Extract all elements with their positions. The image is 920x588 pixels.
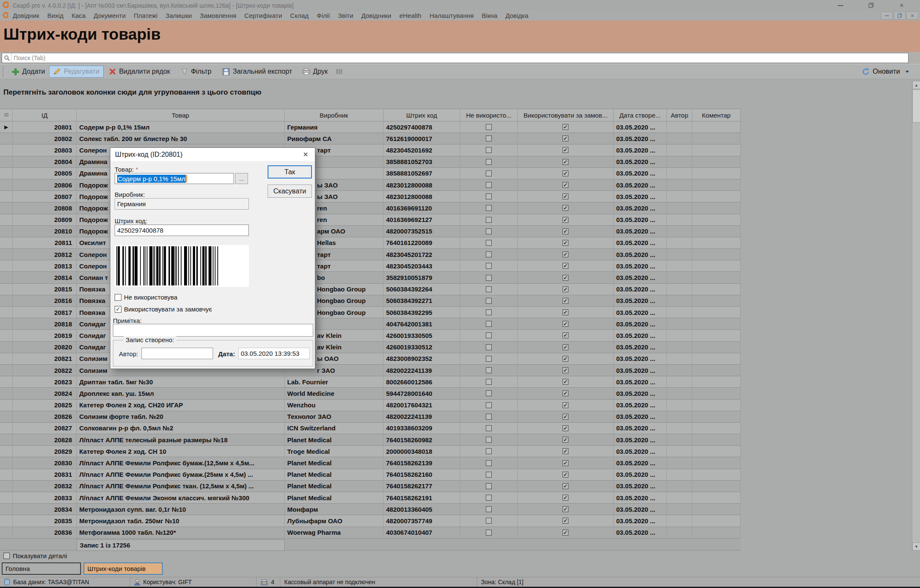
not-used-checkbox[interactable] — [486, 518, 492, 524]
not-used-checkbox[interactable] — [486, 414, 492, 420]
product-field[interactable]: Содерм р-р 0,1% 15мл — [115, 173, 234, 184]
scroll-down-button[interactable]: ▼ — [912, 542, 920, 551]
use-default-checkbox[interactable]: ✓ — [562, 518, 568, 524]
menu-item[interactable]: Звіти — [338, 12, 353, 19]
tab-active[interactable]: Штрих-коди товарів — [84, 562, 163, 575]
use-default-checkbox[interactable]: ✓ — [562, 448, 568, 454]
manufacturer-field[interactable]: Германия — [115, 198, 249, 210]
close-button[interactable]: × — [896, 1, 907, 10]
column-header[interactable]: Автор — [667, 109, 692, 121]
ok-button[interactable]: Так — [268, 165, 312, 179]
delete-row-button[interactable]: Видалити рядок — [105, 66, 173, 77]
use-default-checkbox[interactable]: ✓ — [562, 495, 568, 501]
not-used-checkbox[interactable] — [486, 356, 492, 362]
column-header[interactable]: Виробник — [285, 109, 384, 121]
not-used-checkbox[interactable] — [486, 379, 492, 385]
not-used-checkbox[interactable] — [486, 275, 492, 281]
cancel-button[interactable]: Скасувати — [268, 184, 312, 198]
not-used-checkbox[interactable] — [486, 159, 492, 165]
table-row[interactable]: 20802Солекс табл. 200 мг блистер № 30Рив… — [0, 133, 741, 144]
tab-inactive[interactable]: Головна — [2, 562, 81, 575]
use-default-checkbox[interactable]: ✓ — [562, 205, 568, 211]
not-used-checkbox[interactable] — [486, 193, 492, 199]
not-use-checkbox[interactable] — [115, 294, 121, 301]
not-used-checkbox[interactable] — [486, 472, 492, 478]
not-used-checkbox[interactable] — [486, 437, 492, 443]
filter-button[interactable]: Фільтр — [177, 66, 215, 77]
use-default-checkbox[interactable]: ✓ — [562, 402, 568, 408]
show-details-checkbox[interactable] — [3, 553, 10, 559]
add-button[interactable]: Додати — [8, 66, 49, 77]
dialog-close-icon[interactable]: × — [296, 148, 315, 161]
not-used-checkbox[interactable] — [486, 263, 492, 269]
use-default-checkbox[interactable]: ✓ — [562, 309, 568, 315]
menu-item[interactable]: Довідники — [361, 12, 391, 19]
menu-item[interactable]: Філії — [317, 12, 330, 19]
use-default-checkbox[interactable]: ✓ — [562, 135, 568, 141]
table-row[interactable]: 20829Катетер Фолея 2 ход. СН 10Troge Med… — [0, 446, 741, 457]
print-button[interactable]: Друк — [299, 66, 332, 77]
minimize-button[interactable] — [835, 1, 846, 10]
not-used-checkbox[interactable] — [486, 298, 492, 304]
use-default-checkbox[interactable]: ✓ — [562, 472, 568, 478]
not-used-checkbox[interactable] — [486, 228, 492, 234]
table-row[interactable]: 20831Л/пласт АЛПЕ Фемили Ролфикс бумаж.(… — [0, 469, 741, 481]
not-used-checkbox[interactable] — [486, 170, 492, 176]
use-default-checkbox[interactable]: ✓ — [562, 251, 568, 257]
table-row[interactable]: 20836Метфогамма 1000 табл. №120*Woerwag … — [0, 527, 741, 539]
use-default-checkbox[interactable]: ✓ — [562, 217, 568, 223]
note-input[interactable] — [113, 324, 313, 337]
toolbar-grip[interactable] — [3, 66, 4, 77]
refresh-dropdown-caret[interactable] — [906, 71, 909, 73]
table-row[interactable]: 20827Солковагин р-р фл. 0,5мл №2ICN Swit… — [0, 423, 741, 434]
menu-item[interactable]: Довідка — [505, 12, 528, 19]
table-row[interactable]: 20835Метронидазол табл. 250мг №10Лубныфа… — [0, 515, 741, 527]
not-used-checkbox[interactable] — [486, 390, 492, 396]
use-default-checkbox[interactable]: ✓ — [562, 437, 568, 443]
not-used-checkbox[interactable] — [486, 530, 492, 536]
column-header[interactable]: ІД — [13, 109, 77, 121]
not-used-checkbox[interactable] — [486, 332, 492, 338]
not-used-checkbox[interactable] — [486, 240, 492, 246]
use-default-checkbox[interactable]: ✓ — [562, 193, 568, 199]
use-default-checkbox[interactable]: ✓ — [562, 159, 568, 165]
use-default-checkbox[interactable]: ✓ — [562, 147, 568, 153]
not-used-checkbox[interactable] — [486, 402, 492, 408]
use-default-checkbox[interactable]: ✓ — [562, 228, 568, 234]
not-used-checkbox[interactable] — [486, 425, 492, 431]
table-row[interactable]: ▶20801Содерм р-р 0,1% 15млГермания425029… — [0, 121, 741, 133]
not-use-checkbox-row[interactable]: Не використовува — [115, 294, 191, 301]
table-row[interactable]: 20828Л/пласт АЛПЕ телесный разные размер… — [0, 434, 741, 446]
use-default-checkbox[interactable]: ✓ — [562, 321, 568, 327]
menu-item[interactable]: Каса — [72, 12, 86, 19]
not-used-checkbox[interactable] — [486, 286, 492, 292]
not-used-checkbox[interactable] — [486, 344, 492, 350]
table-row[interactable]: 20824Дроплекс кап. уш. 15млWorld Medicin… — [0, 388, 741, 399]
column-header[interactable]: Використовувати за замов... — [518, 109, 614, 121]
use-default-checkbox[interactable]: ✓ — [562, 298, 568, 304]
dialog-title-bar[interactable]: Штрих-код (ID:20801) — [110, 148, 315, 161]
not-used-checkbox[interactable] — [486, 321, 492, 327]
use-default-checkbox[interactable]: ✓ — [562, 182, 568, 188]
author-input[interactable] — [141, 348, 213, 359]
table-row[interactable]: 20823Дриптан табл. 5мг №30Lab. Fournier8… — [0, 376, 741, 388]
menu-item[interactable]: Сертифікати — [245, 12, 282, 19]
column-header[interactable]: Не використо... — [460, 109, 518, 121]
use-default-checkbox[interactable]: ✓ — [562, 367, 568, 373]
use-default-checkbox[interactable]: ✓ — [562, 263, 568, 269]
not-used-checkbox[interactable] — [486, 460, 492, 466]
use-default-checkbox-row[interactable]: ✓ Використовувати за замовчує — [115, 306, 212, 313]
restore-button[interactable] — [865, 1, 877, 10]
use-default-checkbox[interactable]: ✓ — [562, 170, 568, 176]
mdi-restore-button[interactable] — [894, 12, 906, 20]
use-default-checkbox[interactable]: ✓ — [562, 530, 568, 536]
barcode-field[interactable]: 4250297400878 — [115, 225, 249, 236]
use-default-checkbox[interactable]: ✓ — [115, 306, 121, 313]
vertical-scrollbar[interactable]: ▲ ▼ — [912, 81, 920, 551]
table-row[interactable]: 20833Л/пласт АЛПЕ Фемили Эконом классич.… — [0, 492, 741, 504]
refresh-button[interactable]: Оновити — [862, 68, 909, 75]
not-used-checkbox[interactable] — [486, 135, 492, 141]
menu-item[interactable]: Документи — [94, 12, 126, 19]
edit-button[interactable]: Редагувати — [49, 66, 104, 78]
not-used-checkbox[interactable] — [486, 495, 492, 501]
